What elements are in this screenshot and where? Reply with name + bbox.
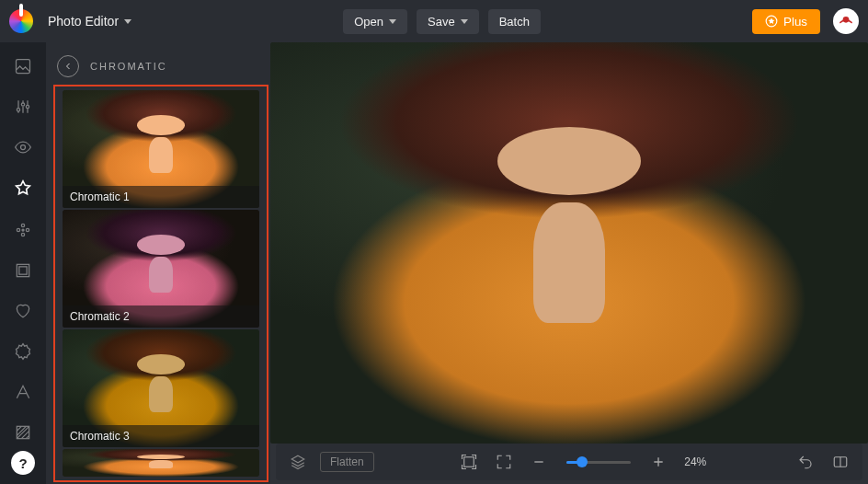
chevron-down-icon bbox=[461, 19, 468, 24]
avatar[interactable] bbox=[833, 8, 859, 34]
filter-label: Chromatic 1 bbox=[63, 186, 259, 208]
eye-icon[interactable] bbox=[14, 138, 32, 156]
compare-icon bbox=[832, 454, 849, 470]
star-icon bbox=[765, 15, 778, 28]
back-button[interactable] bbox=[57, 55, 79, 77]
batch-button[interactable]: Batch bbox=[488, 9, 541, 34]
open-button[interactable]: Open bbox=[343, 9, 407, 34]
app-title-dropdown[interactable]: Photo Editor bbox=[48, 14, 131, 29]
svg-point-8 bbox=[17, 228, 19, 231]
zoom-out-button[interactable] bbox=[526, 449, 552, 475]
canvas-image[interactable] bbox=[270, 42, 868, 444]
filter-item[interactable] bbox=[63, 449, 259, 477]
minus-icon bbox=[531, 455, 546, 469]
filter-thumbnail bbox=[63, 449, 259, 477]
plus-upgrade-button[interactable]: Plus bbox=[752, 9, 820, 34]
filter-label: Chromatic 2 bbox=[63, 305, 259, 328]
app-title-label: Photo Editor bbox=[48, 14, 119, 29]
layers-button[interactable] bbox=[285, 449, 311, 475]
fit-screen-icon bbox=[461, 454, 477, 470]
compare-button[interactable] bbox=[828, 449, 853, 475]
svg-point-4 bbox=[17, 109, 19, 111]
texture-icon[interactable] bbox=[14, 423, 32, 442]
filter-label: Chromatic 3 bbox=[63, 425, 259, 447]
save-button[interactable]: Save bbox=[417, 9, 479, 34]
chevron-down-icon bbox=[389, 19, 396, 24]
expand-icon bbox=[496, 454, 512, 470]
svg-point-10 bbox=[26, 228, 29, 231]
svg-point-7 bbox=[21, 145, 26, 150]
heart-icon[interactable] bbox=[14, 302, 32, 320]
user-avatar-icon bbox=[837, 12, 855, 30]
flatten-button[interactable]: Flatten bbox=[320, 452, 374, 472]
zoom-in-button[interactable] bbox=[645, 449, 671, 475]
zoom-slider[interactable] bbox=[566, 453, 631, 471]
panel-title: CHROMATIC bbox=[90, 61, 167, 72]
layers-icon bbox=[290, 454, 306, 470]
frame-icon[interactable] bbox=[14, 261, 32, 280]
undo-button[interactable] bbox=[793, 449, 818, 475]
filter-item[interactable]: Chromatic 2 bbox=[63, 210, 259, 328]
arrow-left-icon bbox=[63, 61, 74, 72]
undo-icon bbox=[797, 454, 814, 470]
blur-icon[interactable] bbox=[14, 221, 32, 239]
svg-point-11 bbox=[21, 233, 24, 236]
svg-rect-3 bbox=[17, 60, 30, 74]
svg-point-9 bbox=[21, 224, 24, 226]
gear-icon[interactable] bbox=[14, 342, 32, 361]
help-button[interactable]: ? bbox=[11, 451, 35, 475]
filter-item[interactable]: Chromatic 3 bbox=[63, 329, 259, 447]
image-icon[interactable] bbox=[14, 57, 32, 75]
text-icon[interactable] bbox=[14, 383, 32, 401]
svg-rect-14 bbox=[19, 267, 27, 274]
svg-point-6 bbox=[26, 105, 29, 108]
plus-icon bbox=[651, 455, 666, 469]
svg-rect-16 bbox=[464, 457, 474, 467]
svg-point-5 bbox=[21, 103, 24, 106]
fit-screen-button[interactable] bbox=[456, 449, 482, 475]
star-outline-icon[interactable] bbox=[13, 179, 33, 199]
sliders-icon[interactable] bbox=[14, 98, 32, 116]
svg-point-2 bbox=[843, 17, 850, 23]
chevron-down-icon bbox=[124, 19, 131, 24]
actual-size-button[interactable] bbox=[491, 449, 517, 475]
app-logo[interactable] bbox=[9, 9, 33, 33]
zoom-level: 24% bbox=[684, 455, 706, 468]
filter-item[interactable]: Chromatic 1 bbox=[63, 90, 259, 208]
svg-point-12 bbox=[22, 229, 24, 231]
